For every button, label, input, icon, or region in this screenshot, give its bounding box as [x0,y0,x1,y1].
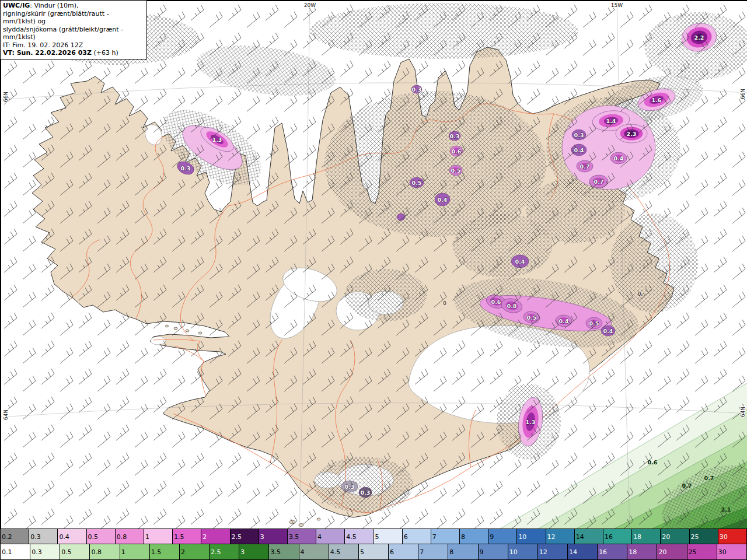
colorbar-value: 6 [390,548,394,556]
graticule-label: 64N [740,407,746,417]
colorbar-cell: 7 [418,544,448,560]
precip-value-label: 0.3 [450,133,460,139]
colorbar-upper: 0.20.30.40.50.811.522.533.544.5567891012… [0,528,747,544]
colorbar-cell: 0.8 [116,529,144,544]
precip-value-label: 0.6 [491,299,501,305]
colorbar-value: 1.5 [174,533,184,540]
colorbar-cell: 14 [575,529,603,544]
colorbar-cell: 18 [632,529,661,544]
colorbar-value: 2 [181,548,185,556]
colorbar-value: 10 [509,548,518,556]
colorbar-cell: 4 [316,529,345,544]
precip-value-label: 0.3 [412,86,422,93]
snow-value-label: 0.6 [648,459,658,466]
colorbar-value: 2.5 [211,548,221,556]
colorbar-value: 5 [360,548,364,556]
colorbar-value: 0.1 [2,548,12,556]
graticule-label: 15W [611,2,623,8]
precip-value-label: 2.3 [627,131,637,137]
colorbar-cell: 18 [627,544,657,560]
colorbar-value: 10 [518,533,526,540]
colorbar-value: 4 [301,548,305,556]
precip-value-label: 0.7 [580,163,590,170]
colorbar-value: 1 [145,533,149,540]
legend-colorbars: 0.20.30.40.50.811.522.533.544.5567891012… [0,528,747,560]
precip-value-label: 0.4 [438,197,448,203]
colorbar-cell: 4 [299,544,329,560]
precip-value-label: 0.3 [361,489,371,496]
colorbar-cell: 12 [538,544,568,560]
precip-value-label: 0.7 [594,178,604,185]
precip-value-label: 1.4 [606,118,616,124]
colorbar-value: 8 [449,548,453,556]
colorbar-value: 3 [240,548,245,556]
colorbar-value: 1 [121,548,125,556]
colorbar-cell: 0.2 [1,529,29,544]
colorbar-cell: 20 [657,544,687,560]
graticule-label: 20W [304,2,316,8]
colorbar-cell: 30 [717,544,746,560]
colorbar-cell: 10 [508,544,538,560]
precip-value-label: 1.6 [652,97,662,103]
colorbar-cell: 3 [259,529,288,544]
precip-value-label: 2.2 [694,34,704,41]
info-line-valid-time: VT: Sun. 22.02.2026 03Z (+63 h) [3,49,143,57]
colorbar-cell: 16 [603,529,632,544]
precip-value-label: 0.3 [345,484,355,490]
product-subject: : Vindur (10m), [30,2,78,9]
valid-time: VT: Sun. 22.02.2026 03Z [3,49,92,57]
precip-value-label: 0.4 [603,328,613,334]
colorbar-value: 16 [599,548,607,556]
colorbar-value: 0.8 [117,533,127,540]
colorbar-cell: 16 [598,544,627,560]
colorbar-value: 18 [629,548,637,556]
precip-value-label: 0.4 [614,155,624,162]
graticule-label: 66N [3,92,9,102]
colorbar-cell: 0.3 [30,544,60,560]
colorbar-cell: 0.5 [87,529,116,544]
colorbar-cell: 25 [687,544,717,560]
colorbar-cell: 4.5 [345,529,374,544]
colorbar-value: 0.5 [88,533,99,540]
colorbar-lower: 0.10.30.50.811.522.533.544.5567891012141… [0,544,747,560]
colorbar-cell: 1.5 [150,544,180,560]
map-annotation: 0 [443,300,446,306]
colorbar-cell: 5 [374,529,402,544]
colorbar-cell: 1 [144,529,173,544]
colorbar-value: 20 [662,533,670,540]
info-line-product: UWC/IG: Vindur (10m), [3,2,143,10]
snow-value-label: 0.7 [704,475,714,481]
precip-value-label: 1.3 [212,136,222,143]
colorbar-value: 0.8 [91,548,102,556]
colorbar-cell: 2.5 [210,544,239,560]
colorbar-value: 4 [317,533,322,540]
colorbar-cell: 3.5 [288,529,316,544]
colorbar-value: 25 [689,548,697,556]
precip-value-label: 0.5 [451,167,461,174]
colorbar-cell: 12 [546,529,575,544]
colorbar-cell: 14 [568,544,598,560]
colorbar-value: 8 [461,533,465,540]
info-line-rain-legend: rigning/skúrir (grænt/blátt/rautt - mm/1… [3,10,143,26]
colorbar-cell: 7 [431,529,460,544]
colorbar-value: 30 [718,548,727,556]
colorbar-value: 6 [404,533,408,540]
colorbar-cell: 0.1 [1,544,30,560]
colorbar-value: 4.5 [330,548,341,556]
snow-value-label: 0.7 [682,482,692,489]
colorbar-cell: 0.3 [29,529,58,544]
precip-value-label: 0.4 [559,318,569,324]
colorbar-value: 0.3 [32,548,42,556]
colorbar-cell: 3.5 [269,544,299,560]
colorbar-cell: 2 [201,529,230,544]
colorbar-value: 5 [375,533,379,540]
snow-value-label: 2.1 [721,506,731,513]
colorbar-value: 3.5 [270,548,281,556]
colorbar-value: 2.5 [232,533,242,540]
colorbar-value: 0.3 [30,533,41,540]
precip-value-label: 0.3 [181,165,191,172]
colorbar-value: 2 [203,533,207,540]
colorbar-cell: 1.5 [173,529,201,544]
colorbar-value: 3 [260,533,264,540]
wind-barb-field [1,1,747,529]
